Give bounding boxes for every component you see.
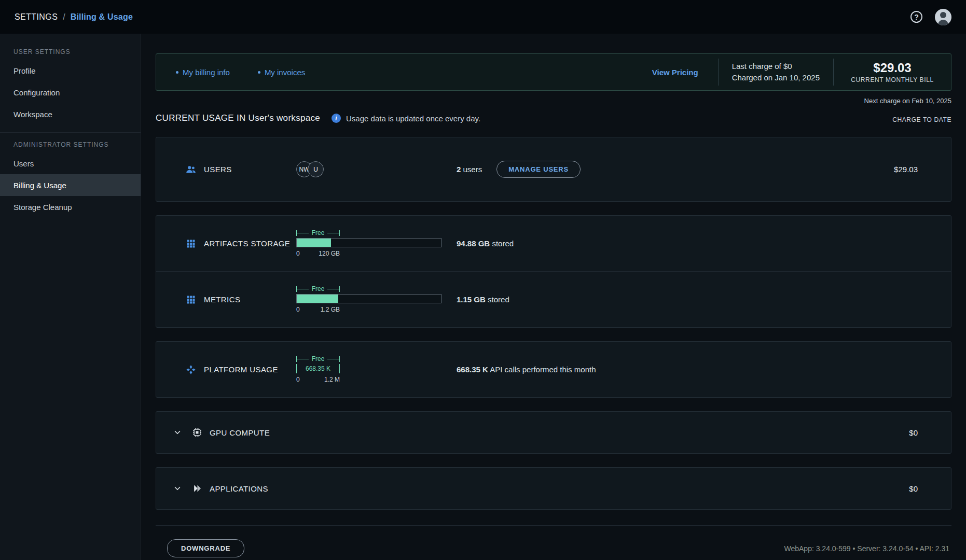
version-info: WebApp: 3.24.0-599 • Server: 3.24.0-54 •… <box>784 544 949 553</box>
artifacts-bar-col: Free 0 120 GB <box>296 230 457 257</box>
topbar-actions: ? <box>910 9 951 25</box>
breadcrumb-settings[interactable]: SETTINGS <box>15 12 58 22</box>
view-pricing-link[interactable]: View Pricing <box>652 68 698 77</box>
metrics-stored-value: 1.15 GB <box>457 295 486 304</box>
downgrade-button[interactable]: DOWNGRADE <box>167 539 244 557</box>
sidebar-item-storage-cleanup[interactable]: Storage Cleanup <box>0 196 141 218</box>
bullet-icon <box>176 71 178 74</box>
platform-label: PLATFORM USAGE <box>204 365 278 374</box>
platform-usage-row: PLATFORM USAGE Free 668.35 K 0 1.2 M <box>156 342 951 397</box>
last-charge-block: Last charge of $0 Charged on Jan 10, 202… <box>719 61 833 83</box>
user-avatars-group: NW U <box>296 161 457 177</box>
current-bill-caption: CURRENT MONTHLY BILL <box>834 76 951 83</box>
my-invoices-link[interactable]: My invoices <box>258 68 305 77</box>
applications-label: APPLICATIONS <box>210 484 268 493</box>
sidebar-item-profile[interactable]: Profile <box>0 60 141 81</box>
sidebar-item-configuration[interactable]: Configuration <box>0 81 141 103</box>
settings-sidebar: USER SETTINGS Profile Configuration Work… <box>0 34 141 560</box>
billing-usage-page: My billing info My invoices View Pricing… <box>141 34 966 560</box>
users-count-suffix: users <box>461 165 482 174</box>
free-tier-bracket: Free <box>296 230 340 236</box>
scale-min: 0 <box>296 376 300 383</box>
gpu-compute-charge: $0 <box>909 428 918 437</box>
users-usage-card: USERS NW U 2 users MANAGE USERS $29.03 <box>156 137 951 202</box>
metrics-stored-suffix: stored <box>486 295 509 304</box>
scale-min: 0 <box>296 250 300 257</box>
chevron-down-icon[interactable] <box>172 427 183 438</box>
artifacts-info: 94.88 GB stored <box>457 239 918 248</box>
platform-usage-card: PLATFORM USAGE Free 668.35 K 0 1.2 M <box>156 341 951 398</box>
gpu-chip-icon <box>191 427 203 438</box>
free-tier-label: Free <box>309 286 328 292</box>
artifacts-stored-value: 94.88 GB <box>457 239 490 248</box>
bullet-icon <box>258 71 260 74</box>
metrics-scale: 0 1.2 GB <box>296 306 340 313</box>
artifacts-label: ARTIFACTS STORAGE <box>204 239 290 248</box>
platform-calls-value: 668.35 K <box>457 365 488 374</box>
scale-max: 120 GB <box>319 250 340 257</box>
applications-card[interactable]: APPLICATIONS $0 <box>156 467 951 510</box>
metrics-stored: 1.15 GB stored <box>457 295 509 304</box>
users-charge: $29.03 <box>894 165 918 174</box>
artifacts-progress-track <box>296 238 441 247</box>
topbar: SETTINGS / Billing & Usage ? <box>0 0 966 34</box>
sidebar-item-workspace[interactable]: Workspace <box>0 103 141 125</box>
storage-grid-icon <box>185 238 197 249</box>
platform-calls: 668.35 K API calls performed this month <box>457 365 596 374</box>
users-icon <box>185 164 197 175</box>
usage-update-note: Usage data is updated once every day. <box>346 114 480 123</box>
metrics-row-label: METRICS <box>185 294 296 305</box>
help-icon[interactable]: ? <box>910 11 922 23</box>
sidebar-item-billing-usage[interactable]: Billing & Usage <box>0 174 141 196</box>
my-billing-info-link[interactable]: My billing info <box>176 68 230 77</box>
users-label: USERS <box>204 165 232 174</box>
sidebar-item-users[interactable]: Users <box>0 152 141 174</box>
applications-charge: $0 <box>909 484 918 493</box>
last-charge-line2: Charged on Jan 10, 2025 <box>732 72 820 83</box>
last-charge-line1: Last charge of $0 <box>732 61 820 72</box>
billing-summary-card: My billing info My invoices View Pricing… <box>156 53 951 91</box>
usage-header: CURRENT USAGE IN User's workspace i Usag… <box>156 113 951 123</box>
sidebar-divider <box>0 132 141 133</box>
usage-title: CURRENT USAGE IN User's workspace <box>156 113 320 123</box>
breadcrumb: SETTINGS / Billing & Usage <box>15 12 133 22</box>
users-info: 2 users MANAGE USERS <box>457 161 894 178</box>
users-avatars-col: NW U <box>296 161 457 177</box>
metrics-progress-fill <box>297 295 338 303</box>
charge-to-date-label: CHARGE TO DATE <box>892 116 951 123</box>
metrics-bar-col: Free 0 1.2 GB <box>296 286 457 313</box>
artifacts-stored-suffix: stored <box>490 239 514 248</box>
metrics-progress-track <box>296 294 441 303</box>
users-row-label: USERS <box>185 164 296 175</box>
page-footer: DOWNGRADE WebApp: 3.24.0-599 • Server: 3… <box>156 525 951 557</box>
avatar-chip[interactable]: U <box>308 161 324 177</box>
platform-diamonds-icon <box>185 364 197 375</box>
gpu-compute-card[interactable]: GPU COMPUTE $0 <box>156 411 951 454</box>
sidebar-section-user-settings: USER SETTINGS <box>0 43 141 60</box>
metrics-grid-icon <box>185 294 197 305</box>
sidebar-section-admin-settings: ADMINISTRATOR SETTINGS <box>0 136 141 152</box>
platform-usage-value: 668.35 K <box>296 364 340 373</box>
metrics-row: METRICS Free 0 1.2 <box>156 272 951 327</box>
platform-scale: 0 1.2 M <box>296 376 340 383</box>
platform-info: 668.35 K API calls performed this month <box>457 365 918 374</box>
current-bill-amount: $29.03 <box>834 61 951 75</box>
free-tier-label: Free <box>309 230 328 236</box>
billing-links: My billing info My invoices <box>176 68 305 77</box>
free-tier-bracket: Free <box>296 356 340 362</box>
platform-row-label: PLATFORM USAGE <box>185 364 296 375</box>
scale-max: 1.2 M <box>324 376 340 383</box>
current-bill-block: $29.03 CURRENT MONTHLY BILL <box>834 61 951 83</box>
metrics-info: 1.15 GB stored <box>457 295 918 304</box>
metrics-label: METRICS <box>204 295 240 304</box>
chevron-down-icon[interactable] <box>172 483 183 494</box>
manage-users-button[interactable]: MANAGE USERS <box>496 161 581 178</box>
next-charge-note: Next charge on Feb 10, 2025 <box>156 97 951 105</box>
artifacts-storage-row: ARTIFACTS STORAGE Free 0 <box>156 216 951 271</box>
applications-icon <box>191 483 203 494</box>
my-invoices-label: My invoices <box>265 68 305 77</box>
artifacts-progress-fill <box>297 239 331 247</box>
user-avatar-icon[interactable] <box>935 9 951 25</box>
storage-usage-card: ARTIFACTS STORAGE Free 0 <box>156 215 951 328</box>
metrics-usage-bar: Free 0 1.2 GB <box>296 286 441 313</box>
